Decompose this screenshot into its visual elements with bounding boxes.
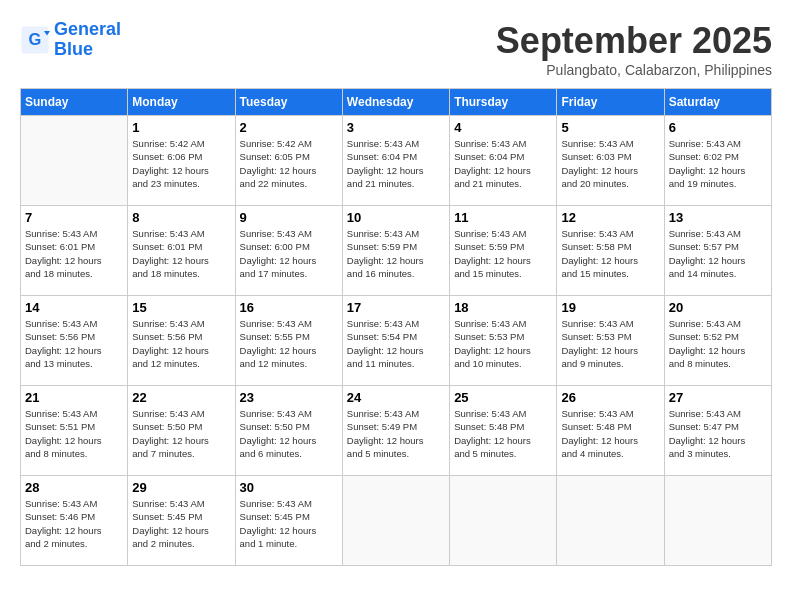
calendar-table: SundayMondayTuesdayWednesdayThursdayFrid… — [20, 88, 772, 566]
svg-text:G: G — [29, 29, 42, 47]
day-cell: 26Sunrise: 5:43 AMSunset: 5:48 PMDayligh… — [557, 386, 664, 476]
day-cell — [21, 116, 128, 206]
day-cell: 3Sunrise: 5:43 AMSunset: 6:04 PMDaylight… — [342, 116, 449, 206]
col-header-thursday: Thursday — [450, 89, 557, 116]
day-info: Sunrise: 5:43 AMSunset: 5:45 PMDaylight:… — [240, 497, 338, 550]
day-info: Sunrise: 5:43 AMSunset: 5:58 PMDaylight:… — [561, 227, 659, 280]
day-info: Sunrise: 5:43 AMSunset: 5:50 PMDaylight:… — [240, 407, 338, 460]
day-cell: 28Sunrise: 5:43 AMSunset: 5:46 PMDayligh… — [21, 476, 128, 566]
day-info: Sunrise: 5:43 AMSunset: 6:01 PMDaylight:… — [132, 227, 230, 280]
day-number: 16 — [240, 300, 338, 315]
day-info: Sunrise: 5:43 AMSunset: 6:02 PMDaylight:… — [669, 137, 767, 190]
day-cell: 2Sunrise: 5:42 AMSunset: 6:05 PMDaylight… — [235, 116, 342, 206]
day-number: 30 — [240, 480, 338, 495]
day-cell: 27Sunrise: 5:43 AMSunset: 5:47 PMDayligh… — [664, 386, 771, 476]
day-number: 18 — [454, 300, 552, 315]
day-number: 4 — [454, 120, 552, 135]
day-info: Sunrise: 5:43 AMSunset: 5:52 PMDaylight:… — [669, 317, 767, 370]
day-cell: 11Sunrise: 5:43 AMSunset: 5:59 PMDayligh… — [450, 206, 557, 296]
day-info: Sunrise: 5:43 AMSunset: 5:51 PMDaylight:… — [25, 407, 123, 460]
logo-text-line1: General — [54, 20, 121, 40]
day-info: Sunrise: 5:43 AMSunset: 6:00 PMDaylight:… — [240, 227, 338, 280]
day-number: 26 — [561, 390, 659, 405]
day-cell: 20Sunrise: 5:43 AMSunset: 5:52 PMDayligh… — [664, 296, 771, 386]
day-number: 9 — [240, 210, 338, 225]
day-number: 25 — [454, 390, 552, 405]
day-cell: 13Sunrise: 5:43 AMSunset: 5:57 PMDayligh… — [664, 206, 771, 296]
day-number: 13 — [669, 210, 767, 225]
day-info: Sunrise: 5:43 AMSunset: 5:56 PMDaylight:… — [25, 317, 123, 370]
day-cell: 15Sunrise: 5:43 AMSunset: 5:56 PMDayligh… — [128, 296, 235, 386]
day-info: Sunrise: 5:43 AMSunset: 6:01 PMDaylight:… — [25, 227, 123, 280]
day-number: 29 — [132, 480, 230, 495]
day-number: 6 — [669, 120, 767, 135]
day-cell: 16Sunrise: 5:43 AMSunset: 5:55 PMDayligh… — [235, 296, 342, 386]
day-info: Sunrise: 5:42 AMSunset: 6:06 PMDaylight:… — [132, 137, 230, 190]
day-info: Sunrise: 5:43 AMSunset: 5:57 PMDaylight:… — [669, 227, 767, 280]
day-cell — [450, 476, 557, 566]
day-cell: 22Sunrise: 5:43 AMSunset: 5:50 PMDayligh… — [128, 386, 235, 476]
week-row-1: 1Sunrise: 5:42 AMSunset: 6:06 PMDaylight… — [21, 116, 772, 206]
day-number: 7 — [25, 210, 123, 225]
col-header-friday: Friday — [557, 89, 664, 116]
day-cell — [557, 476, 664, 566]
day-cell: 29Sunrise: 5:43 AMSunset: 5:45 PMDayligh… — [128, 476, 235, 566]
day-cell: 23Sunrise: 5:43 AMSunset: 5:50 PMDayligh… — [235, 386, 342, 476]
day-cell: 21Sunrise: 5:43 AMSunset: 5:51 PMDayligh… — [21, 386, 128, 476]
col-header-tuesday: Tuesday — [235, 89, 342, 116]
day-cell: 7Sunrise: 5:43 AMSunset: 6:01 PMDaylight… — [21, 206, 128, 296]
day-cell: 30Sunrise: 5:43 AMSunset: 5:45 PMDayligh… — [235, 476, 342, 566]
day-info: Sunrise: 5:43 AMSunset: 6:04 PMDaylight:… — [454, 137, 552, 190]
day-number: 27 — [669, 390, 767, 405]
col-header-sunday: Sunday — [21, 89, 128, 116]
col-header-monday: Monday — [128, 89, 235, 116]
day-number: 5 — [561, 120, 659, 135]
day-cell: 6Sunrise: 5:43 AMSunset: 6:02 PMDaylight… — [664, 116, 771, 206]
col-header-saturday: Saturday — [664, 89, 771, 116]
page-header: G General Blue September 2025 Pulangbato… — [20, 20, 772, 78]
day-number: 15 — [132, 300, 230, 315]
col-header-wednesday: Wednesday — [342, 89, 449, 116]
week-row-2: 7Sunrise: 5:43 AMSunset: 6:01 PMDaylight… — [21, 206, 772, 296]
day-info: Sunrise: 5:43 AMSunset: 5:47 PMDaylight:… — [669, 407, 767, 460]
header-row: SundayMondayTuesdayWednesdayThursdayFrid… — [21, 89, 772, 116]
title-block: September 2025 Pulangbato, Calabarzon, P… — [496, 20, 772, 78]
day-cell: 4Sunrise: 5:43 AMSunset: 6:04 PMDaylight… — [450, 116, 557, 206]
day-number: 24 — [347, 390, 445, 405]
day-info: Sunrise: 5:43 AMSunset: 5:54 PMDaylight:… — [347, 317, 445, 370]
day-number: 14 — [25, 300, 123, 315]
day-number: 19 — [561, 300, 659, 315]
day-info: Sunrise: 5:43 AMSunset: 5:59 PMDaylight:… — [347, 227, 445, 280]
week-row-4: 21Sunrise: 5:43 AMSunset: 5:51 PMDayligh… — [21, 386, 772, 476]
day-info: Sunrise: 5:43 AMSunset: 6:03 PMDaylight:… — [561, 137, 659, 190]
day-info: Sunrise: 5:43 AMSunset: 5:50 PMDaylight:… — [132, 407, 230, 460]
day-cell: 19Sunrise: 5:43 AMSunset: 5:53 PMDayligh… — [557, 296, 664, 386]
day-info: Sunrise: 5:43 AMSunset: 5:45 PMDaylight:… — [132, 497, 230, 550]
day-number: 2 — [240, 120, 338, 135]
day-number: 22 — [132, 390, 230, 405]
day-cell: 5Sunrise: 5:43 AMSunset: 6:03 PMDaylight… — [557, 116, 664, 206]
day-info: Sunrise: 5:43 AMSunset: 5:53 PMDaylight:… — [561, 317, 659, 370]
day-cell: 17Sunrise: 5:43 AMSunset: 5:54 PMDayligh… — [342, 296, 449, 386]
day-number: 20 — [669, 300, 767, 315]
day-number: 8 — [132, 210, 230, 225]
day-info: Sunrise: 5:43 AMSunset: 5:56 PMDaylight:… — [132, 317, 230, 370]
day-info: Sunrise: 5:43 AMSunset: 5:55 PMDaylight:… — [240, 317, 338, 370]
month-title: September 2025 — [496, 20, 772, 62]
day-number: 21 — [25, 390, 123, 405]
day-cell: 10Sunrise: 5:43 AMSunset: 5:59 PMDayligh… — [342, 206, 449, 296]
day-cell: 14Sunrise: 5:43 AMSunset: 5:56 PMDayligh… — [21, 296, 128, 386]
day-cell: 8Sunrise: 5:43 AMSunset: 6:01 PMDaylight… — [128, 206, 235, 296]
day-info: Sunrise: 5:43 AMSunset: 5:48 PMDaylight:… — [561, 407, 659, 460]
day-cell: 12Sunrise: 5:43 AMSunset: 5:58 PMDayligh… — [557, 206, 664, 296]
day-info: Sunrise: 5:43 AMSunset: 5:46 PMDaylight:… — [25, 497, 123, 550]
day-info: Sunrise: 5:43 AMSunset: 5:49 PMDaylight:… — [347, 407, 445, 460]
day-cell — [342, 476, 449, 566]
day-cell: 25Sunrise: 5:43 AMSunset: 5:48 PMDayligh… — [450, 386, 557, 476]
logo: G General Blue — [20, 20, 121, 60]
day-info: Sunrise: 5:43 AMSunset: 5:59 PMDaylight:… — [454, 227, 552, 280]
day-number: 17 — [347, 300, 445, 315]
day-number: 23 — [240, 390, 338, 405]
day-cell: 24Sunrise: 5:43 AMSunset: 5:49 PMDayligh… — [342, 386, 449, 476]
logo-icon: G — [20, 25, 50, 55]
